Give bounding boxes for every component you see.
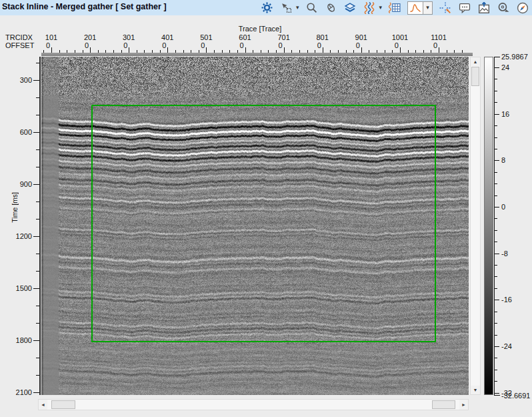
trace-tick xyxy=(167,47,168,53)
wiggle-traces-dropdown[interactable]: ▾ xyxy=(379,5,382,11)
trace-tick xyxy=(121,50,122,53)
horizontal-scroll-thumb-right[interactable] xyxy=(432,400,455,409)
trace-tick xyxy=(191,50,191,53)
time-tick-label: 1200 xyxy=(9,232,32,240)
time-tick xyxy=(36,375,39,376)
trace-tick xyxy=(237,50,238,53)
trace-tick xyxy=(144,50,145,53)
select-mode-dropdown[interactable]: ▾ xyxy=(296,5,299,11)
colorbar-tick-label: 0 xyxy=(501,203,505,211)
trace-table-icon[interactable] xyxy=(388,1,401,15)
colorbar-tick xyxy=(494,230,497,231)
time-tick-label: 1800 xyxy=(9,336,32,344)
amplitude-colorbar xyxy=(484,57,493,395)
colorbar-tick xyxy=(494,102,497,103)
scroll-up-button[interactable]: ▲ xyxy=(471,57,480,66)
trace-tick xyxy=(137,50,137,53)
time-tick xyxy=(33,288,39,289)
settings-gear-icon[interactable] xyxy=(261,1,274,15)
colorbar-tick xyxy=(494,381,497,382)
scroll-right-button[interactable]: ► xyxy=(459,400,468,410)
trace-tick xyxy=(323,47,323,53)
time-tick xyxy=(36,201,39,202)
colorbar-tick xyxy=(494,57,500,57)
trace-offset-label: 0 xyxy=(229,41,255,49)
time-tick-label: 300 xyxy=(9,76,32,84)
trace-tick xyxy=(299,50,300,53)
measure-icon[interactable] xyxy=(497,1,510,15)
trace-tick xyxy=(105,50,106,53)
trace-tick xyxy=(338,50,339,53)
trace-tick xyxy=(253,50,253,53)
colorbar-tick-label: -16 xyxy=(501,296,512,304)
zoom-magnifier-icon[interactable] xyxy=(305,1,318,15)
horizontal-scrollbar[interactable]: ◄ ► xyxy=(38,399,469,410)
time-tick xyxy=(33,236,39,237)
time-axis-title: Time [ms] xyxy=(11,192,19,223)
trace-index-label: 1101 xyxy=(425,33,452,41)
trace-tick xyxy=(408,50,409,53)
trace-offset-label: 0 xyxy=(422,41,449,49)
trace-offset-label: 0 xyxy=(112,41,139,49)
trace-offset-label: 0 xyxy=(383,41,410,49)
comment-icon[interactable] xyxy=(458,1,471,15)
time-tick xyxy=(33,184,39,185)
trace-tick xyxy=(214,50,215,53)
colorbar-tick xyxy=(494,393,499,394)
colorbar-tick xyxy=(494,370,497,370)
trace-tick xyxy=(361,47,362,53)
right-arrow-icon: ► xyxy=(461,402,466,407)
trace-tick xyxy=(400,47,401,53)
vertical-scrollbar[interactable]: ▲ ▼ xyxy=(470,57,481,395)
trace-index-label: 101 xyxy=(38,33,65,41)
window-title: Stack Inline - Merged gather [ Set gathe… xyxy=(2,2,167,11)
trace-offset-label: 0 xyxy=(345,41,371,49)
trace-tick xyxy=(307,50,308,53)
gain-curve-dropdown[interactable]: ▾ xyxy=(423,1,433,15)
time-tick-label: 2100 xyxy=(9,388,32,396)
select-mode-icon[interactable] xyxy=(280,1,293,15)
trace-tick xyxy=(67,50,67,53)
colorbar-tick xyxy=(494,395,500,396)
trace-tick xyxy=(423,50,424,53)
trace-tick xyxy=(90,47,91,53)
trace-tick xyxy=(276,50,277,53)
mouse-icon[interactable] xyxy=(324,1,337,15)
crosshair-pick-icon[interactable] xyxy=(439,1,452,15)
trace-index-label: 601 xyxy=(232,33,259,41)
scroll-down-button[interactable]: ▼ xyxy=(471,386,480,394)
trace-tick xyxy=(129,47,129,53)
colorbar-tick xyxy=(494,149,497,149)
horizontal-scroll-thumb-left[interactable] xyxy=(51,400,75,409)
time-tick xyxy=(36,115,39,115)
colorbar-tick xyxy=(494,160,499,161)
wiggle-traces-icon[interactable] xyxy=(363,1,376,15)
trace-tick xyxy=(415,50,416,53)
colorbar-tick xyxy=(494,242,497,242)
colorbar-tick xyxy=(494,195,497,196)
trace-offset-label: 0 xyxy=(189,41,216,49)
vertical-scroll-thumb[interactable] xyxy=(471,67,479,86)
export-image-icon[interactable] xyxy=(477,1,491,15)
trace-offset-label: 0 xyxy=(306,41,333,49)
selection-rectangle[interactable] xyxy=(91,105,436,342)
scroll-left-button[interactable]: ◄ xyxy=(39,400,47,410)
time-tick xyxy=(36,358,39,358)
compass-icon[interactable] xyxy=(516,1,529,15)
colorbar-tick-label: -24 xyxy=(501,342,512,350)
time-tick xyxy=(36,219,39,220)
time-tick xyxy=(36,306,39,306)
colorbar-tick xyxy=(494,207,499,207)
time-tick xyxy=(36,167,39,167)
trace-offset-label: 0 xyxy=(35,41,61,49)
trace-tick xyxy=(454,50,455,53)
gain-curve-icon[interactable] xyxy=(407,1,423,15)
trace-tick xyxy=(369,50,369,53)
trace-index-label: 801 xyxy=(309,33,336,41)
toolbar: ▾ ▾ ▾ xyxy=(261,0,529,15)
colorbar-tick-label: -32 xyxy=(501,389,512,397)
seismic-viewer-window: Stack Inline - Merged gather [ Set gathe… xyxy=(0,0,532,417)
time-tick xyxy=(36,149,39,150)
trace-tick xyxy=(447,50,447,53)
layers-icon[interactable] xyxy=(343,1,357,15)
